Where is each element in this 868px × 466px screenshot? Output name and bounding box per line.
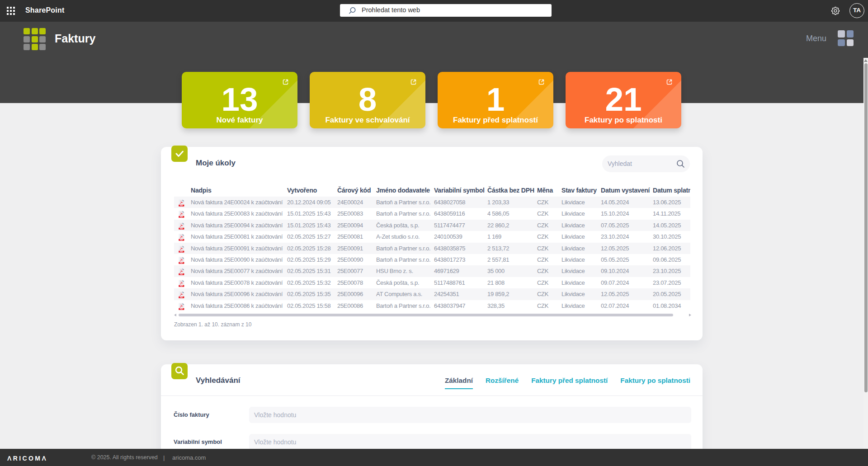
svg-text:PDF: PDF: [180, 216, 183, 218]
svg-text:PDF: PDF: [180, 262, 183, 264]
svg-text:PDF: PDF: [180, 308, 183, 310]
svg-text:PDF: PDF: [180, 205, 183, 207]
svg-text:PDF: PDF: [180, 251, 183, 253]
svg-text:PDF: PDF: [180, 228, 183, 230]
svg-text:PDF: PDF: [180, 285, 183, 287]
svg-text:PDF: PDF: [180, 297, 183, 298]
svg-text:PDF: PDF: [180, 239, 183, 241]
svg-text:PDF: PDF: [180, 273, 183, 275]
